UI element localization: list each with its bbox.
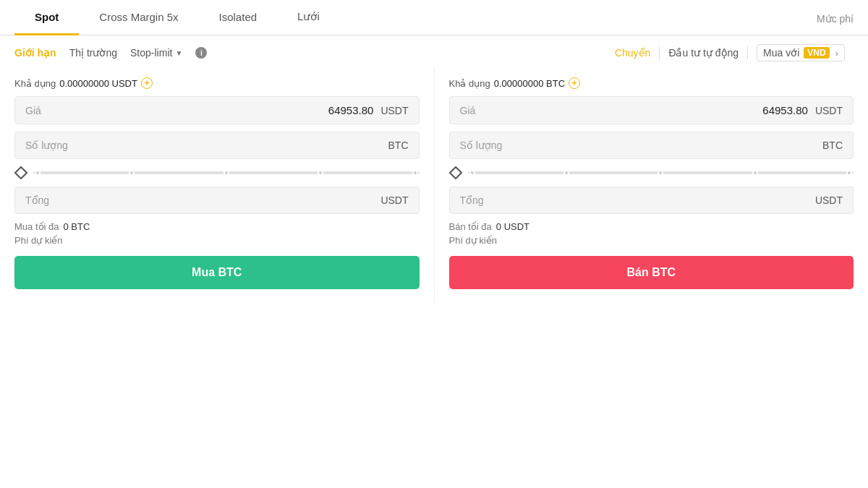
buy-max-value: 0 BTC <box>63 221 90 232</box>
buy-slider-track[interactable] <box>33 171 420 174</box>
buy-available-row: Khả dụng 0.00000000 USDT + <box>14 77 420 89</box>
buy-slider-row <box>14 166 420 179</box>
buy-fee-row: Phí dự kiến <box>14 235 420 246</box>
sell-slider-track[interactable] <box>468 171 854 174</box>
info-icon[interactable]: i <box>195 47 207 59</box>
chuyen-link[interactable]: Chuyển <box>606 47 659 59</box>
sell-total-label: Tổng <box>460 194 815 206</box>
sell-slider-dot-0 <box>469 170 475 176</box>
sell-total-input[interactable]: Tổng USDT <box>449 187 854 214</box>
buy-button[interactable]: Mua BTC <box>14 256 420 289</box>
sell-slider-handle-icon[interactable] <box>449 166 462 179</box>
sell-quantity-input[interactable]: Số lượng BTC <box>449 132 854 159</box>
sell-slider-dot-25 <box>563 170 569 176</box>
divider-2 <box>747 46 748 59</box>
sell-price-input[interactable]: Giá 64953.80 USDT <box>449 96 854 124</box>
tabs-muc-phi[interactable]: Mức phí <box>817 3 854 35</box>
vnd-badge: VND <box>804 47 829 59</box>
dau-tu-btn[interactable]: Đầu tư tự động <box>660 47 747 59</box>
sell-fee-row: Phí dự kiến <box>449 235 854 246</box>
order-panels: Khả dụng 0.00000000 USDT + Giá 64953.80 … <box>0 67 868 304</box>
svg-marker-0 <box>15 167 27 179</box>
sell-total-currency: USDT <box>815 194 843 206</box>
buy-total-input[interactable]: Tổng USDT <box>14 187 420 214</box>
sell-slider-dot-50 <box>658 170 663 176</box>
sell-panel: Khả dụng 0.00000000 BTC + Giá 64953.80 U… <box>434 67 854 304</box>
buy-slider-handle-icon[interactable] <box>14 166 27 179</box>
sell-fee-label: Phí dự kiến <box>449 235 498 246</box>
buy-slider-dot-25 <box>129 170 135 176</box>
sell-slider-dot-75 <box>752 170 758 176</box>
sell-max-label: Bán tối đa <box>449 221 492 232</box>
sell-price-label: Giá <box>460 105 763 116</box>
buy-available-label: Khả dụng <box>14 78 56 89</box>
svg-marker-1 <box>450 167 461 179</box>
buy-slider-dots <box>33 170 420 176</box>
stop-limit-dropdown[interactable]: Stop-limit ▼ <box>130 47 182 59</box>
tab-isolated[interactable]: Isolated <box>199 1 278 35</box>
sell-quantity-label: Số lượng <box>460 140 823 151</box>
sell-slider-row <box>449 166 854 179</box>
buy-slider-dot-100 <box>412 170 418 176</box>
sell-price-currency: USDT <box>815 105 843 116</box>
sell-available-row: Khả dụng 0.00000000 BTC + <box>449 77 854 89</box>
buy-price-currency: USDT <box>380 105 408 116</box>
sell-slider-dot-100 <box>846 170 852 176</box>
controls-row: Giới hạn Thị trường Stop-limit ▼ i Chuyể… <box>0 35 868 67</box>
sell-available-label: Khả dụng <box>449 78 490 89</box>
stop-limit-label: Stop-limit <box>130 47 172 59</box>
trading-panel: Spot Cross Margin 5x Isolated Lưới Mức p… <box>0 0 868 304</box>
mua-voi-group[interactable]: Mua với VND › <box>757 44 845 61</box>
buy-slider-dot-50 <box>224 170 229 176</box>
sell-add-funds-icon[interactable]: + <box>569 77 580 89</box>
sell-max-row: Bán tối đa 0 USDT <box>449 221 854 232</box>
order-type-thi-truong[interactable]: Thị trường <box>69 47 117 59</box>
buy-quantity-currency: BTC <box>388 140 409 151</box>
sell-max-value: 0 USDT <box>496 221 529 232</box>
order-type-gioi-han[interactable]: Giới hạn <box>14 47 56 59</box>
buy-price-input[interactable]: Giá 64953.80 USDT <box>14 96 420 124</box>
buy-price-label: Giá <box>25 105 328 116</box>
buy-slider-dot-0 <box>35 170 41 176</box>
controls-right: Chuyển Đầu tư tự động Mua với VND › <box>606 44 854 61</box>
buy-quantity-label: Số lượng <box>25 140 388 151</box>
tab-spot[interactable]: Spot <box>14 1 79 35</box>
sell-button[interactable]: Bán BTC <box>449 256 854 289</box>
order-type-group: Giới hạn Thị trường Stop-limit ▼ i <box>14 47 207 59</box>
buy-slider-dot-75 <box>318 170 323 176</box>
buy-add-funds-icon[interactable]: + <box>141 77 153 89</box>
buy-panel: Khả dụng 0.00000000 USDT + Giá 64953.80 … <box>14 67 434 304</box>
sell-slider-dots <box>468 170 854 176</box>
sell-price-value: 64953.80 <box>762 104 808 116</box>
sell-available-value: 0.00000000 BTC <box>494 78 565 89</box>
mua-voi-label: Mua với <box>763 47 799 59</box>
tab-luoi[interactable]: Lưới <box>277 0 340 35</box>
buy-max-row: Mua tối đa 0 BTC <box>14 221 420 232</box>
buy-price-value: 64953.80 <box>328 104 374 116</box>
buy-info-rows: Mua tối đa 0 BTC Phí dự kiến <box>14 221 420 246</box>
chevron-right-icon: › <box>835 48 838 59</box>
tabs-bar: Spot Cross Margin 5x Isolated Lưới Mức p… <box>0 0 868 35</box>
buy-available-value: 0.00000000 USDT <box>59 78 137 89</box>
buy-total-label: Tổng <box>25 194 380 206</box>
sell-quantity-currency: BTC <box>822 140 843 151</box>
sell-info-rows: Bán tối đa 0 USDT Phí dự kiến <box>449 221 854 246</box>
chevron-down-icon: ▼ <box>175 49 182 57</box>
buy-fee-label: Phí dự kiến <box>14 235 63 246</box>
buy-quantity-input[interactable]: Số lượng BTC <box>14 132 420 159</box>
buy-max-label: Mua tối đa <box>14 221 59 232</box>
tab-cross[interactable]: Cross Margin 5x <box>79 1 198 35</box>
buy-total-currency: USDT <box>380 194 408 206</box>
